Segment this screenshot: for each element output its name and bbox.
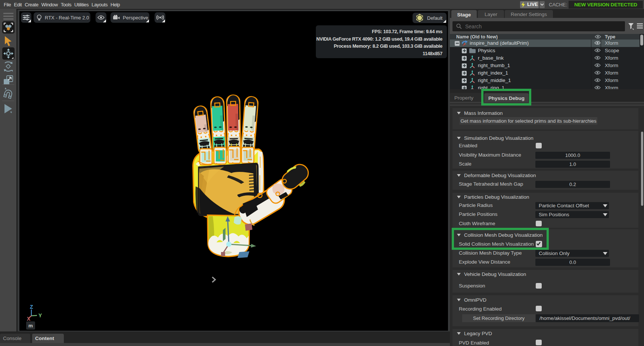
svg-text:Z: Z [30, 304, 33, 310]
svg-text:X: X [27, 316, 31, 322]
svg-text:Y: Y [38, 312, 42, 318]
